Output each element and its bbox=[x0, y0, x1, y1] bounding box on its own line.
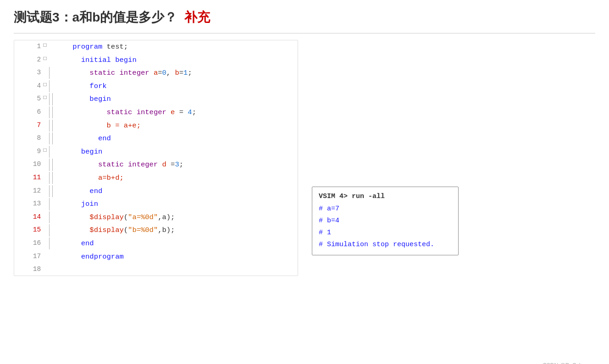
title-divider bbox=[14, 33, 595, 33]
indent-guides bbox=[49, 185, 72, 198]
fold-indicator bbox=[41, 132, 49, 145]
content-area: 1□program test;2□ initial begin3 static … bbox=[14, 40, 595, 276]
fold-indicator bbox=[41, 185, 49, 198]
indent-guides bbox=[49, 132, 72, 145]
code-content: endprogram bbox=[72, 250, 298, 263]
fold-indicator bbox=[41, 198, 49, 211]
code-content: b = a+e; bbox=[72, 119, 298, 132]
code-line-row: 6 static integer e = 4; bbox=[14, 106, 298, 119]
line-number: 7 bbox=[14, 119, 41, 132]
code-line-row: 2□ initial begin bbox=[14, 54, 298, 66]
fold-indicator bbox=[41, 66, 49, 80]
indent-guides bbox=[49, 250, 72, 263]
fold-indicator bbox=[41, 224, 49, 237]
line-number: 8 bbox=[14, 132, 41, 145]
line-number: 14 bbox=[14, 211, 41, 224]
code-line-row: 11 a=b+d; bbox=[14, 171, 298, 185]
page-title: 测试题3：a和b的值是多少？ 补充 bbox=[14, 9, 595, 26]
terminal-output-line: # Simulation stop requested. bbox=[319, 241, 434, 248]
terminal-output-line: # b=4 bbox=[319, 217, 339, 225]
code-content: end bbox=[72, 237, 298, 250]
fold-indicator[interactable]: □ bbox=[41, 54, 49, 66]
line-number: 11 bbox=[14, 171, 41, 185]
indent-guides bbox=[49, 198, 72, 211]
code-content: initial begin bbox=[72, 54, 298, 66]
indent-guides bbox=[49, 237, 72, 250]
fold-indicator bbox=[41, 250, 49, 263]
code-content: fork bbox=[72, 80, 298, 93]
indent-guides bbox=[49, 40, 72, 53]
fold-indicator[interactable]: □ bbox=[41, 145, 49, 159]
code-line-row: 13 join bbox=[14, 198, 298, 211]
code-content bbox=[72, 263, 298, 276]
terminal-line: VSIM 4> run -all bbox=[319, 191, 452, 203]
code-content: $display("b=%0d",b); bbox=[72, 224, 298, 237]
title-highlight: 补充 bbox=[184, 10, 210, 24]
terminal-line: # Simulation stop requested. bbox=[319, 239, 452, 251]
code-line-row: 8 end bbox=[14, 132, 298, 145]
terminal-prompt: VSIM 4> run -all bbox=[319, 193, 385, 200]
watermark: CSDN @ReCclay bbox=[543, 362, 586, 364]
code-line-row: 9□ begin bbox=[14, 145, 298, 159]
line-number: 18 bbox=[14, 263, 41, 276]
line-number: 5 bbox=[14, 93, 41, 106]
code-content: end bbox=[72, 185, 298, 198]
code-content: begin bbox=[72, 93, 298, 106]
code-line-row: 3 static integer a=0, b=1; bbox=[14, 66, 298, 80]
code-line-row: 18 bbox=[14, 263, 298, 276]
terminal-output-line: # 1 bbox=[319, 229, 331, 237]
code-content: $display("a=%0d",a); bbox=[72, 211, 298, 224]
line-number: 17 bbox=[14, 250, 41, 263]
line-number: 13 bbox=[14, 198, 41, 211]
terminal-output: VSIM 4> run -all# a=7# b=4# 1# Simulatio… bbox=[312, 187, 459, 255]
indent-guides bbox=[49, 263, 72, 276]
fold-indicator bbox=[41, 211, 49, 224]
code-line-row: 7 b = a+e; bbox=[14, 119, 298, 132]
indent-guides bbox=[49, 171, 72, 185]
terminal-line: # 1 bbox=[319, 227, 452, 239]
fold-indicator bbox=[41, 106, 49, 119]
fold-indicator bbox=[41, 158, 49, 171]
code-line-row: 1□program test; bbox=[14, 40, 298, 53]
code-block: 1□program test;2□ initial begin3 static … bbox=[14, 40, 298, 276]
code-content: begin bbox=[72, 145, 298, 159]
terminal-output-line: # a=7 bbox=[319, 205, 339, 213]
code-table: 1□program test;2□ initial begin3 static … bbox=[14, 40, 298, 275]
fold-indicator bbox=[41, 263, 49, 276]
title-prefix: 测试题3：a和b的值是多少？ bbox=[14, 10, 177, 24]
code-content: end bbox=[72, 132, 298, 145]
line-number: 6 bbox=[14, 106, 41, 119]
line-number: 9 bbox=[14, 145, 41, 159]
indent-guides bbox=[49, 106, 72, 119]
terminal-line: # b=4 bbox=[319, 215, 452, 227]
code-content: static integer e = 4; bbox=[72, 106, 298, 119]
code-line-row: 4□ fork bbox=[14, 80, 298, 93]
code-content: program test; bbox=[72, 40, 298, 53]
code-line-row: 16 end bbox=[14, 237, 298, 250]
fold-indicator[interactable]: □ bbox=[41, 93, 49, 106]
code-line-row: 10 static integer d =3; bbox=[14, 158, 298, 171]
code-content: static integer a=0, b=1; bbox=[72, 66, 298, 80]
line-number: 10 bbox=[14, 158, 41, 171]
line-number: 3 bbox=[14, 66, 41, 80]
code-line-row: 5□ begin bbox=[14, 93, 298, 106]
fold-indicator[interactable]: □ bbox=[41, 40, 49, 53]
fold-indicator[interactable]: □ bbox=[41, 80, 49, 93]
terminal-line: # a=7 bbox=[319, 203, 452, 215]
indent-guides bbox=[49, 211, 72, 224]
indent-guides bbox=[49, 66, 72, 80]
fold-indicator bbox=[41, 171, 49, 185]
code-line-row: 17 endprogram bbox=[14, 250, 298, 263]
line-number: 1 bbox=[14, 40, 41, 53]
indent-guides bbox=[49, 158, 72, 171]
page-wrapper: 测试题3：a和b的值是多少？ 补充 1□program test;2□ init… bbox=[14, 9, 595, 364]
code-content: join bbox=[72, 198, 298, 211]
indent-guides bbox=[49, 80, 72, 93]
line-number: 12 bbox=[14, 185, 41, 198]
code-line-row: 15 $display("b=%0d",b); bbox=[14, 224, 298, 237]
code-content: static integer d =3; bbox=[72, 158, 298, 171]
code-line-row: 14 $display("a=%0d",a); bbox=[14, 211, 298, 224]
indent-guides bbox=[49, 224, 72, 237]
code-content: a=b+d; bbox=[72, 171, 298, 185]
indent-guides bbox=[49, 145, 72, 159]
